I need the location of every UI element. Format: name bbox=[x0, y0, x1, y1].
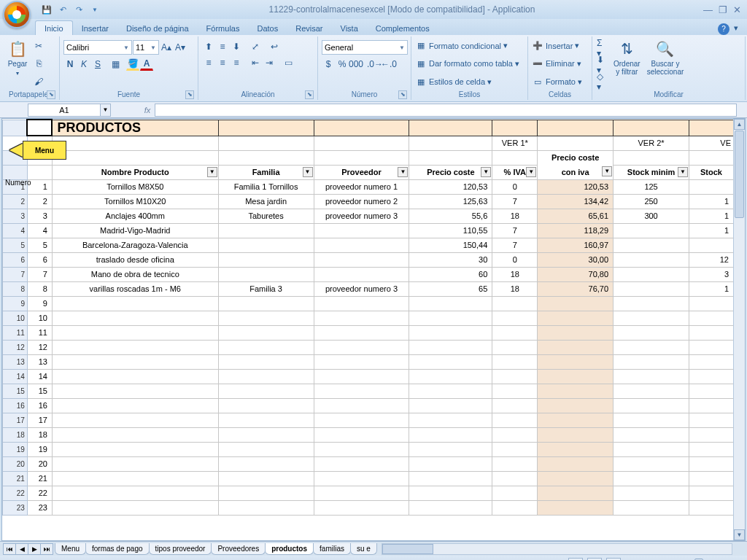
table-row[interactable]: 2121 bbox=[3, 471, 734, 486]
tab-inicio[interactable]: Inicio bbox=[35, 20, 73, 35]
align-dialog-icon[interactable]: ⬊ bbox=[305, 90, 314, 99]
font-color-icon[interactable]: A bbox=[140, 58, 153, 71]
align-middle-icon[interactable]: ≡ bbox=[216, 40, 229, 53]
cell-styles-button[interactable]: ▦Estilos de celda ▾ bbox=[415, 75, 524, 88]
merge-icon[interactable]: ▭ bbox=[282, 56, 295, 69]
restore-button[interactable]: ❐ bbox=[719, 4, 727, 15]
dec-decimal-icon[interactable]: ←.0 bbox=[382, 58, 395, 71]
scroll-thumb[interactable] bbox=[735, 131, 744, 218]
number-dialog-icon[interactable]: ⬊ bbox=[398, 90, 407, 99]
align-top-icon[interactable]: ⬆ bbox=[202, 40, 215, 53]
sheet-tab-Proveedores[interactable]: Proveedores bbox=[211, 543, 266, 555]
hdr-familia[interactable]: Familia▼ bbox=[218, 165, 314, 179]
table-row[interactable]: 55Barcelona-Zaragoza-Valencia150,447160,… bbox=[3, 238, 734, 252]
percent-icon[interactable]: % bbox=[336, 58, 349, 71]
table-row[interactable]: 22Tornillos M10X20Mesa jardinproveedor n… bbox=[3, 194, 734, 209]
bold-icon[interactable]: N bbox=[63, 58, 77, 71]
copy-icon[interactable]: ⎘ bbox=[32, 57, 45, 70]
clipboard-dialog-icon[interactable]: ⬊ bbox=[47, 90, 55, 99]
hdr-nombre[interactable]: Nombre Producto▼ bbox=[52, 165, 218, 179]
delete-cells-button[interactable]: ➖Eliminar ▾ bbox=[532, 57, 588, 70]
fill-color-icon[interactable]: 🪣 bbox=[126, 58, 139, 71]
format-cells-button[interactable]: ▭Formato ▾ bbox=[532, 75, 588, 88]
sheet-nav-prev-icon[interactable]: ◀ bbox=[15, 543, 28, 555]
filter-icon[interactable]: ▼ bbox=[602, 166, 612, 176]
font-size-combo[interactable]: 11▼ bbox=[133, 40, 159, 55]
close-button[interactable]: ✕ bbox=[733, 4, 741, 15]
tab-formulas[interactable]: Fórmulas bbox=[198, 21, 249, 35]
sort-filter-button[interactable]: ⇅Ordenar y filtrar bbox=[611, 38, 643, 90]
filter-icon[interactable]: ▼ bbox=[678, 167, 688, 177]
insert-cells-button[interactable]: ➕Insertar ▾ bbox=[532, 39, 588, 52]
filter-icon[interactable]: ▼ bbox=[207, 167, 217, 177]
sheet-tab-su-e[interactable]: su e bbox=[350, 543, 377, 555]
table-row[interactable]: 11Tornillos M8X50Familia 1 Tornillosprov… bbox=[3, 179, 734, 194]
table-row[interactable]: 1212 bbox=[3, 340, 734, 354]
spreadsheet-grid[interactable]: PRODUCTOS VER 1*VER 2*VE Precio coste No… bbox=[2, 119, 734, 516]
hdr-proveedor[interactable]: Proveedor▼ bbox=[314, 165, 409, 179]
cond-format-button[interactable]: ▦Formato condicional ▾ bbox=[415, 39, 524, 52]
tab-complementos[interactable]: Complementos bbox=[367, 21, 438, 35]
inc-decimal-icon[interactable]: .0→ bbox=[368, 58, 382, 71]
table-row[interactable]: 1313 bbox=[3, 354, 734, 369]
paste-button[interactable]: 📋Pegar▾ bbox=[5, 38, 30, 90]
scroll-down-icon[interactable]: ▼ bbox=[734, 529, 745, 540]
autosum-icon[interactable]: Σ ▾ bbox=[596, 42, 609, 55]
sheet-tab-productos[interactable]: productos bbox=[265, 543, 314, 555]
table-row[interactable]: 2222 bbox=[3, 486, 734, 500]
tab-revisar[interactable]: Revisar bbox=[287, 21, 331, 35]
qat-customize-icon[interactable]: ▼ bbox=[89, 4, 101, 15]
qat-redo-icon[interactable]: ↷ bbox=[73, 4, 85, 15]
align-bottom-icon[interactable]: ⬇ bbox=[230, 40, 243, 53]
ver1-link[interactable]: VER 1* bbox=[492, 136, 538, 150]
sheet-tab-familias[interactable]: familias bbox=[313, 543, 351, 555]
table-row[interactable]: 1111 bbox=[3, 325, 734, 340]
italic-icon[interactable]: K bbox=[77, 58, 90, 71]
sheet-nav-last-icon[interactable]: ⏭ bbox=[40, 543, 53, 555]
ver2-link[interactable]: VER 2* bbox=[614, 136, 689, 150]
font-name-combo[interactable]: Calibri▼ bbox=[63, 40, 132, 55]
currency-icon[interactable]: $ bbox=[322, 58, 335, 71]
horizontal-scrollbar[interactable] bbox=[382, 543, 732, 555]
fill-icon[interactable]: ⬇ ▾ bbox=[596, 58, 609, 71]
office-button[interactable] bbox=[3, 1, 31, 28]
tab-diseno[interactable]: Diseño de página bbox=[117, 21, 198, 35]
hdr-precio[interactable]: Precio coste▼ bbox=[409, 165, 492, 179]
sheet-tab-Menu[interactable]: Menu bbox=[55, 543, 86, 555]
table-row[interactable]: 66traslado desde oficina30030,0012 bbox=[3, 252, 734, 267]
filter-icon[interactable]: ▼ bbox=[398, 167, 408, 177]
table-row[interactable]: 44Madrid-Vigo-Madrid110,557118,291 bbox=[3, 223, 734, 238]
qat-undo-icon[interactable]: ↶ bbox=[57, 4, 69, 15]
orientation-icon[interactable]: ⤢ bbox=[249, 40, 262, 53]
filter-icon[interactable]: ▼ bbox=[303, 167, 313, 177]
format-painter-icon[interactable]: 🖌 bbox=[32, 75, 45, 88]
tab-datos[interactable]: Datos bbox=[248, 21, 287, 35]
menu-callout[interactable]: Menu bbox=[23, 141, 66, 160]
font-dialog-icon[interactable]: ⬊ bbox=[185, 90, 194, 99]
table-row[interactable]: 1414 bbox=[3, 369, 734, 384]
find-select-button[interactable]: 🔍Buscar y seleccionar bbox=[645, 38, 686, 90]
hdr-stockmin[interactable]: Stock minim▼ bbox=[614, 165, 689, 179]
align-center-icon[interactable]: ≡ bbox=[216, 56, 229, 69]
sheet-nav-next-icon[interactable]: ▶ bbox=[28, 543, 41, 555]
sheet-nav-first-icon[interactable]: ⏮ bbox=[3, 543, 16, 555]
minimize-button[interactable]: — bbox=[703, 4, 713, 15]
fx-icon[interactable]: fx bbox=[140, 106, 155, 114]
hdr-precioiva[interactable]: con iva▼ bbox=[538, 165, 614, 179]
sheet-tab-formas-de-pago[interactable]: formas de pago bbox=[85, 543, 150, 555]
number-format-combo[interactable]: General▼ bbox=[322, 40, 408, 55]
table-row[interactable]: 1616 bbox=[3, 398, 734, 413]
ver3-link[interactable]: VE bbox=[689, 136, 734, 150]
formula-input[interactable] bbox=[155, 104, 737, 117]
table-row[interactable]: 1818 bbox=[3, 427, 734, 442]
cut-icon[interactable]: ✂ bbox=[32, 39, 45, 52]
hdr-stock[interactable]: Stock bbox=[689, 165, 734, 179]
name-box[interactable]: A1 bbox=[28, 104, 101, 117]
tab-insertar[interactable]: Insertar bbox=[73, 21, 117, 35]
ribbon-min-icon[interactable]: ▾ bbox=[734, 23, 738, 35]
border-icon[interactable]: ▦ bbox=[109, 58, 122, 71]
help-icon[interactable]: ? bbox=[718, 23, 729, 35]
table-row[interactable]: 1515 bbox=[3, 384, 734, 398]
underline-icon[interactable]: S bbox=[91, 58, 104, 71]
table-row[interactable]: 1919 bbox=[3, 442, 734, 456]
